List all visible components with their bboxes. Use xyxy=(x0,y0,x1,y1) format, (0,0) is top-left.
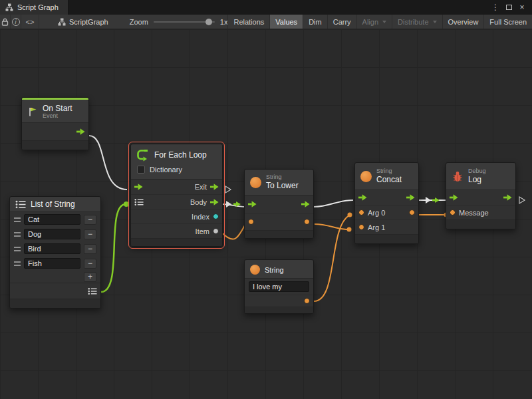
flow-in-port[interactable] xyxy=(358,194,367,201)
port-row xyxy=(245,196,313,213)
list-item-row: Bird − xyxy=(10,241,100,256)
port-row: Arg 0 xyxy=(355,205,418,219)
remove-item-button[interactable]: − xyxy=(84,244,96,254)
node-string-literal[interactable]: String I love my xyxy=(244,259,314,314)
carry-button[interactable]: Carry xyxy=(327,15,356,29)
string-type-icon xyxy=(250,177,261,188)
drag-handle-icon[interactable] xyxy=(14,247,21,251)
exit-port[interactable] xyxy=(210,184,219,190)
graph-canvas[interactable]: On Start Event xyxy=(0,29,532,399)
arg1-input-port[interactable] xyxy=(358,224,364,230)
dictionary-checkbox[interactable] xyxy=(137,166,145,174)
toolbar-buttons: Relations Values Dim Carry Align Distrib… xyxy=(227,15,532,29)
dropdown-caret-icon xyxy=(433,21,437,23)
string-output-port[interactable] xyxy=(304,219,310,225)
port-row: Arg 1 xyxy=(355,219,418,234)
node-category: Debug xyxy=(468,168,486,175)
string-output-port[interactable] xyxy=(409,209,415,215)
string-input-port[interactable] xyxy=(248,219,254,225)
message-input-port[interactable] xyxy=(450,209,456,215)
lock-icon[interactable] xyxy=(0,15,11,29)
close-icon[interactable]: × xyxy=(516,1,528,13)
list-item-field[interactable]: Cat xyxy=(24,214,80,225)
node-subtitle: Event xyxy=(43,113,72,120)
list-item-field[interactable]: Bird xyxy=(24,243,80,254)
arg0-input-port[interactable] xyxy=(358,209,364,215)
zoom-value: 1x xyxy=(220,18,228,26)
values-button[interactable]: Values xyxy=(269,15,303,29)
tab-script-graph[interactable]: Script Graph xyxy=(0,0,68,15)
list-item-row: Dog − xyxy=(10,227,100,241)
body-port-label: Body xyxy=(190,198,207,206)
port-row xyxy=(10,283,100,299)
string-type-icon xyxy=(360,171,372,182)
breadcrumb[interactable]: ScriptGraph xyxy=(51,15,115,29)
relations-button[interactable]: Relations xyxy=(227,15,269,29)
body-port[interactable] xyxy=(210,199,219,205)
drag-handle-icon[interactable] xyxy=(14,232,21,237)
graph-icon xyxy=(5,3,13,11)
script-graph-window: Script Graph ⋮ × i <> ScriptGraph xyxy=(0,0,532,399)
list-item-field[interactable]: Fish xyxy=(24,258,80,269)
index-port-label: Index xyxy=(192,213,209,221)
zoom-slider-knob[interactable] xyxy=(205,19,212,25)
maximize-icon[interactable] xyxy=(503,1,515,13)
node-category: String xyxy=(266,174,299,181)
dim-button[interactable]: Dim xyxy=(303,15,327,29)
flow-in-port[interactable] xyxy=(450,194,458,201)
titlebar: Script Graph ⋮ × xyxy=(0,0,532,15)
port-row: Message xyxy=(446,205,515,219)
distribute-button[interactable]: Distribute xyxy=(392,15,442,29)
dictionary-label: Dictionary xyxy=(150,166,182,174)
list-output-port[interactable] xyxy=(88,287,97,295)
tab-title: Script Graph xyxy=(17,3,59,11)
fullscreen-button[interactable]: Full Screen xyxy=(483,15,532,29)
node-title: On Start xyxy=(43,104,72,113)
list-item-field[interactable]: Dog xyxy=(24,229,80,239)
for-each-loop-icon xyxy=(136,148,150,162)
code-view-icon[interactable]: <> xyxy=(21,15,39,29)
port-row xyxy=(245,213,313,230)
flow-out-port[interactable] xyxy=(301,201,310,207)
graph-toolbar: i <> ScriptGraph Zoom 1x Relations Value… xyxy=(0,15,532,29)
node-list-of-string[interactable]: List of String Cat − Dog − Bird − xyxy=(9,196,101,309)
port-row xyxy=(446,190,515,205)
align-button[interactable]: Align xyxy=(356,15,392,29)
node-to-lower[interactable]: String To Lower xyxy=(244,169,314,239)
add-item-button[interactable]: + xyxy=(84,272,96,282)
zoom-label: Zoom xyxy=(130,18,148,26)
node-for-each-loop[interactable]: For Each Loop Dictionary Exit xyxy=(130,144,223,247)
flow-out-port[interactable] xyxy=(503,194,512,201)
port-row: Exit xyxy=(131,180,222,194)
string-output-port[interactable] xyxy=(304,298,310,304)
index-port[interactable] xyxy=(213,213,219,219)
remove-item-button[interactable]: − xyxy=(84,259,96,269)
port-row xyxy=(245,295,313,307)
port-row xyxy=(355,190,418,205)
item-port[interactable] xyxy=(213,228,219,234)
arg0-label: Arg 0 xyxy=(368,209,385,217)
info-icon[interactable]: i xyxy=(11,15,21,29)
node-on-start[interactable]: On Start Event xyxy=(21,97,89,150)
node-title: List of String xyxy=(31,200,75,209)
exit-port-label: Exit xyxy=(195,183,207,191)
flow-out-port[interactable] xyxy=(406,194,415,201)
flag-icon xyxy=(27,106,38,117)
remove-item-button[interactable]: − xyxy=(84,215,96,225)
flow-in-port[interactable] xyxy=(248,201,257,207)
port-row: Body xyxy=(131,194,222,209)
bug-icon xyxy=(452,171,464,182)
node-debug-log[interactable]: Debug Log xyxy=(446,162,516,229)
node-concat[interactable]: String Concat xyxy=(354,162,419,244)
list-input-port[interactable] xyxy=(134,198,144,206)
window-menu-icon[interactable]: ⋮ xyxy=(489,1,501,13)
flow-in-port[interactable] xyxy=(134,184,143,190)
script-graph-icon xyxy=(58,18,66,26)
drag-handle-icon[interactable] xyxy=(14,217,21,222)
string-value-field[interactable]: I love my xyxy=(249,281,309,292)
flow-out-port[interactable] xyxy=(76,128,85,135)
drag-handle-icon[interactable] xyxy=(14,261,21,266)
remove-item-button[interactable]: − xyxy=(84,229,96,239)
overview-button[interactable]: Overview xyxy=(442,15,484,29)
zoom-slider[interactable] xyxy=(154,21,215,23)
